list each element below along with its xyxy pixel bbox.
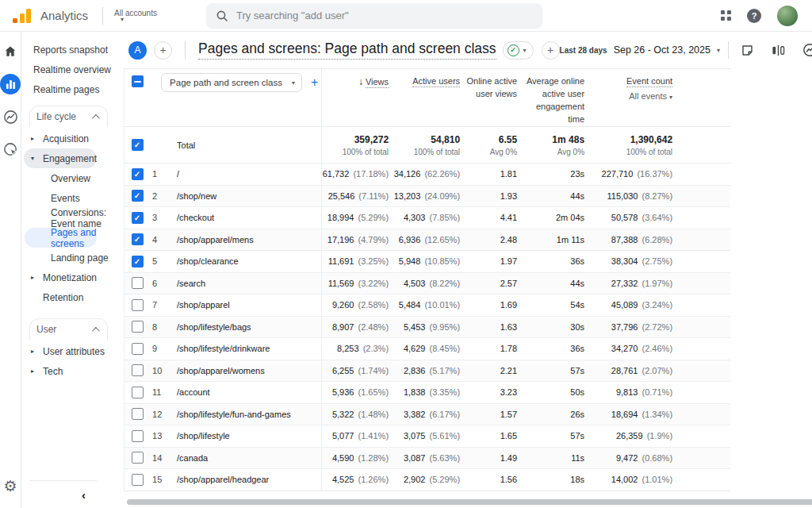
- dimension-selector[interactable]: Page path and screen class ▾: [161, 73, 302, 92]
- events-pct: (2.46%): [642, 344, 673, 353]
- row-checkbox[interactable]: [132, 256, 144, 267]
- property-avatar[interactable]: A: [128, 41, 147, 60]
- caret-down-icon: ▾: [121, 17, 124, 22]
- views-value: 4,590: [332, 453, 354, 463]
- horizontal-scrollbar[interactable]: [127, 499, 812, 505]
- column-header-active-users[interactable]: Active users: [390, 69, 462, 126]
- views-pct: (3.22%): [358, 279, 389, 288]
- row-index: 6: [150, 279, 170, 288]
- select-all-checkbox[interactable]: [132, 75, 144, 87]
- sidebar-item-realtime-pages[interactable]: Realtime pages: [21, 79, 116, 99]
- column-header-views[interactable]: ↓Views: [322, 69, 390, 126]
- insights-icon[interactable]: [802, 42, 812, 58]
- add-comparison-button[interactable]: +: [542, 41, 560, 60]
- views-value: 6,255: [332, 366, 354, 375]
- section-label: Life cycle: [36, 111, 76, 122]
- date-range-selector[interactable]: Sep 26 - Oct 23, 2025: [614, 44, 710, 56]
- total-time-sub: Avg 0%: [519, 148, 584, 156]
- views-pct: (2.48%): [358, 322, 389, 332]
- row-checkbox[interactable]: [132, 430, 144, 442]
- views-value: 61,732: [323, 169, 350, 179]
- oauv-value: 1.65: [500, 431, 517, 441]
- events-value: 18,694: [611, 410, 638, 419]
- views-value: 8,253: [337, 344, 359, 353]
- row-checkbox[interactable]: [132, 299, 144, 311]
- admin-gear-icon[interactable]: ⚙: [3, 477, 17, 495]
- row-checkbox[interactable]: [132, 212, 144, 224]
- sidebar-item-overview[interactable]: Overview: [21, 168, 116, 188]
- users-value: 3,382: [404, 410, 426, 419]
- sidebar-item-reports-snapshot[interactable]: Reports snapshot: [21, 40, 116, 60]
- row-index: 4: [150, 235, 170, 244]
- row-checkbox[interactable]: [132, 233, 144, 245]
- row-checkbox[interactable]: [132, 452, 144, 464]
- sidebar-item-engagement[interactable]: ▾ Engagement: [24, 148, 97, 168]
- row-checkbox[interactable]: [132, 387, 144, 398]
- sidebar-item-acquisition[interactable]: ▸ Acquisition: [21, 129, 116, 148]
- saved-state-badge[interactable]: ✓ ▾: [503, 41, 534, 60]
- row-checkbox[interactable]: [132, 364, 144, 376]
- users-value: 34,126: [394, 169, 421, 179]
- sidebar-item-landing-page[interactable]: Landing page: [21, 248, 116, 267]
- total-checkbox[interactable]: [132, 139, 144, 151]
- sidebar-item-user-attributes[interactable]: ▸ User attributes: [21, 341, 116, 361]
- report-title[interactable]: Pages and screens: Page path and screen …: [198, 40, 496, 60]
- row-index: 5: [150, 256, 170, 266]
- users-pct: (24.09%): [424, 191, 460, 201]
- help-icon[interactable]: ?: [747, 9, 761, 23]
- row-index: 2: [150, 191, 170, 201]
- row-checkbox[interactable]: [132, 277, 144, 289]
- time-value: 57s: [570, 431, 584, 441]
- row-checkbox[interactable]: [132, 408, 144, 420]
- users-value: 5,453: [404, 322, 426, 332]
- section-life-cycle[interactable]: Life cycle: [29, 106, 108, 127]
- apps-grid-icon[interactable]: [721, 10, 731, 21]
- column-header-online-active-user-views[interactable]: Online active user views: [462, 69, 519, 126]
- add-dimension-icon[interactable]: +: [311, 76, 318, 89]
- reports-icon[interactable]: [0, 74, 21, 94]
- views-value: 17,196: [327, 235, 354, 244]
- row-checkbox[interactable]: [132, 321, 144, 333]
- views-pct: (2.58%): [358, 300, 389, 310]
- row-checkbox[interactable]: [132, 343, 144, 355]
- avatar[interactable]: [777, 6, 798, 26]
- sidebar-item-tech[interactable]: ▸ Tech: [21, 361, 116, 381]
- row-index: 12: [150, 410, 170, 419]
- global-search[interactable]: [206, 3, 542, 29]
- sidebar-item-conversions[interactable]: Conversions: Event name: [21, 208, 116, 228]
- row-checkbox[interactable]: [132, 168, 144, 180]
- sidebar-item-label: Acquisition: [43, 133, 89, 144]
- column-header-avg-engagement-time[interactable]: Average online active user engagement ti…: [519, 69, 586, 126]
- sidebar-item-label: Conversions: Event name: [51, 207, 116, 229]
- oauv-value: 4.41: [500, 213, 517, 222]
- home-icon[interactable]: [0, 41, 21, 62]
- search-icon: [216, 10, 228, 22]
- users-value: 1,838: [404, 387, 426, 397]
- explore-icon[interactable]: [0, 106, 21, 127]
- users-pct: (8.22%): [430, 279, 461, 288]
- sidebar-item-pages-and-screens[interactable]: Pages and screens: [25, 228, 97, 248]
- check-circle-icon: ✓: [508, 44, 519, 56]
- advertising-icon[interactable]: [0, 139, 21, 160]
- users-pct: (3.35%): [430, 387, 461, 397]
- events-pct: (16.37%): [637, 169, 672, 179]
- sidebar-item-retention[interactable]: Retention: [21, 287, 116, 307]
- account-switcher[interactable]: All accounts ▾: [114, 9, 157, 22]
- views-pct: (1.48%): [358, 410, 389, 419]
- row-checkbox[interactable]: [132, 474, 144, 486]
- events-pct: (2.75%): [642, 256, 673, 266]
- time-value: 50s: [570, 387, 584, 397]
- sidebar-item-monetization[interactable]: ▸ Monetization: [21, 267, 116, 287]
- sidebar-item-realtime-overview[interactable]: Realtime overview: [21, 60, 116, 79]
- feedback-note-icon[interactable]: [740, 42, 756, 58]
- event-filter-dropdown[interactable]: All events ▾: [586, 90, 672, 103]
- edit-comparisons-icon[interactable]: [771, 42, 787, 58]
- add-report-button[interactable]: +: [154, 41, 172, 60]
- sidebar-item-events[interactable]: Events: [21, 188, 116, 208]
- column-header-event-count[interactable]: Event count All events ▾: [586, 69, 674, 126]
- row-checkbox[interactable]: [132, 190, 144, 202]
- collapse-sidebar-icon[interactable]: ‹: [82, 488, 86, 502]
- section-user[interactable]: User: [29, 318, 108, 340]
- search-input[interactable]: [236, 10, 533, 21]
- table-row: 6 /search 11,569 (3.22%) 4,503 (8.22%) 2…: [124, 272, 730, 294]
